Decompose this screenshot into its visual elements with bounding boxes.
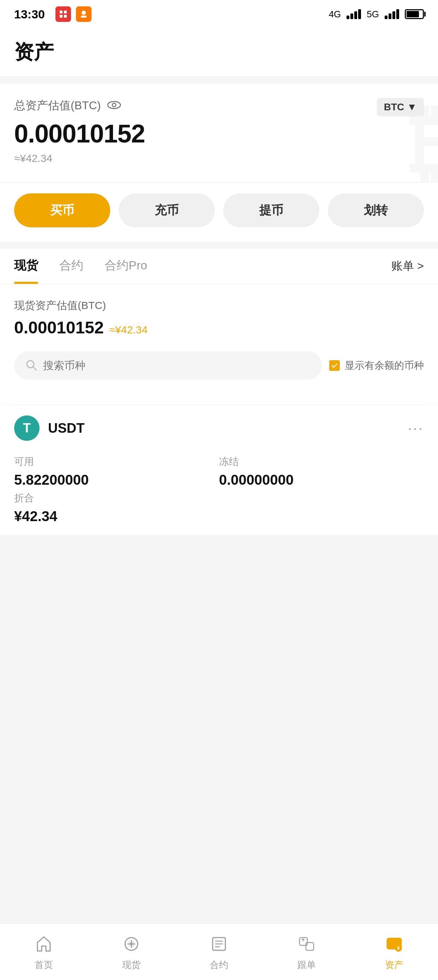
svg-rect-21 [390,942,398,945]
spot-cny-value: ≈¥42.34 [110,324,148,336]
search-filter-container: 显示有余额的币种 [14,352,424,380]
account-link[interactable]: 账单 > [391,258,424,274]
coin-logo-name: T USDT [14,415,84,441]
total-assets-label-row: 总资产估值(BTC) [14,98,424,113]
nav-contract-label: 合约 [210,959,228,971]
coin-details: 可用 5.82200000 冻结 0.00000000 [14,455,424,488]
app-icon-2 [76,6,92,22]
trade-icon [295,932,318,955]
tabs-container: 现货 合约 合约Pro 账单 > [0,248,438,284]
page-title: 资产 [14,39,424,66]
spot-section: 现货资产估值(BTC) 0.00010152 ≈¥42.34 显示有余额的币种 [0,284,438,404]
svg-rect-3 [64,15,67,18]
signal-4g [346,9,361,19]
app-icon-1 [56,6,71,22]
search-icon [25,358,37,372]
nav-assets[interactable]: ¥ 资产 [351,932,438,971]
nav-spot-label: 现货 [122,959,141,971]
spot-btc-value: 0.00010152 [14,318,104,337]
signal-5g [385,9,399,19]
more-icon[interactable]: ··· [408,420,424,436]
withdraw-button[interactable]: 提币 [223,193,319,228]
tab-spot[interactable]: 现货 [14,248,38,284]
spot-icon [120,932,143,955]
eye-icon[interactable] [107,100,121,111]
filter-row: 显示有余额的币种 [329,359,424,372]
available-value: 5.82200000 [14,472,219,488]
network-4g: 4G [329,9,341,20]
spot-assets-label: 现货资产估值(BTC) [14,298,424,313]
svg-rect-2 [60,15,62,18]
frozen-col: 冻结 0.00000000 [219,455,424,488]
buy-button[interactable]: 买币 [14,193,110,228]
coin-name-usdt: USDT [48,421,84,436]
tab-contract-pro[interactable]: 合约Pro [105,248,147,284]
usdt-logo-letter: T [23,421,31,436]
nav-trade-label: 跟单 [297,959,316,971]
transfer-button[interactable]: 划转 [328,193,424,228]
search-bar [14,352,322,380]
svg-rect-0 [60,11,62,13]
status-bar: 13:30 4G 5G [0,0,438,28]
total-btc-value: 0.00010152 [14,119,424,148]
zhehe-label: 折合 [14,492,424,505]
assets-icon: ¥ [383,932,406,955]
contract-icon [208,932,230,955]
zhehe-value: ¥42.34 [14,508,424,524]
bottom-spacer [0,535,438,598]
coin-item-usdt: T USDT ··· 可用 5.82200000 冻结 0.00000000 折… [0,405,438,535]
usdt-logo: T [14,415,40,441]
nav-home-label: 首页 [35,959,53,971]
nav-spot[interactable]: 现货 [87,932,175,971]
chevron-down-icon: ▼ [407,102,417,113]
nav-trade[interactable]: 跟单 [263,932,351,971]
svg-point-6 [108,102,121,108]
available-label: 可用 [14,455,219,468]
svg-rect-1 [64,11,67,13]
assets-card: ₿ 总资产估值(BTC) BTC ▼ 0.00010152 ≈¥42.34 [0,84,438,182]
svg-point-7 [112,103,116,107]
home-icon [32,932,55,955]
svg-line-9 [33,367,36,370]
svg-text:¥: ¥ [397,945,400,951]
tab-contract[interactable]: 合约 [59,248,83,284]
recharge-button[interactable]: 充币 [119,193,215,228]
tabs-row: 现货 合约 合约Pro 账单 > [0,248,438,284]
coin-header: T USDT ··· [14,415,424,441]
status-time: 13:30 [14,8,45,21]
network-5g: 5G [367,9,379,20]
total-assets-text: 总资产估值(BTC) [14,98,101,113]
frozen-label: 冻结 [219,455,424,468]
bottom-nav: 首页 现货 合约 [0,923,438,980]
frozen-value: 0.00000000 [219,472,424,488]
svg-point-4 [82,11,86,15]
app-icons [56,6,92,22]
battery-icon [405,9,424,19]
svg-rect-5 [81,16,87,18]
action-buttons: 买币 充币 提币 划转 [0,183,438,242]
header: 资产 [0,28,438,77]
nav-assets-label: 资产 [385,959,403,971]
nav-contract[interactable]: 合约 [175,932,263,971]
balance-filter-checkbox[interactable] [329,360,340,371]
currency-selector[interactable]: BTC ▼ [377,98,424,116]
total-cny-value: ≈¥42.34 [14,153,424,164]
search-input[interactable] [43,360,311,372]
available-col: 可用 5.82200000 [14,455,219,488]
spot-value-row: 0.00010152 ≈¥42.34 [14,318,424,337]
status-icons: 4G 5G [329,9,424,20]
balance-filter-label: 显示有余额的币种 [345,359,424,372]
zhehe-section: 折合 ¥42.34 [14,492,424,524]
nav-home[interactable]: 首页 [0,932,87,971]
